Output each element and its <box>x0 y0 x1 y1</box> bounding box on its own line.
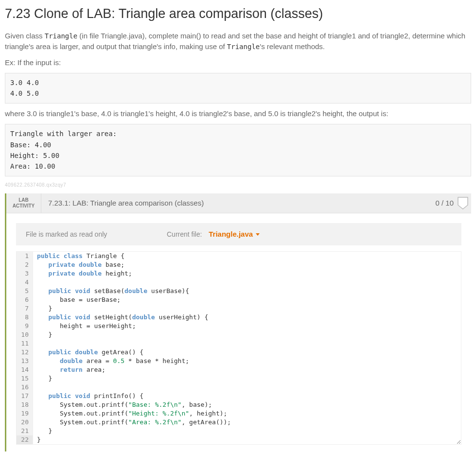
code-source: } <box>33 435 41 444</box>
example-explain: where 3.0 is triangle1's base, 4.0 is tr… <box>5 108 471 120</box>
code-source: } <box>33 374 52 383</box>
code-line: 13 double area = 0.5 * base * height; <box>17 357 461 365</box>
code-line: 9 height = userHeight; <box>17 322 461 330</box>
code-line: 4 <box>17 278 461 287</box>
current-file-label: Current file: <box>167 230 202 238</box>
code-line: 3 private double height; <box>17 269 461 278</box>
code-source: return area; <box>33 365 106 374</box>
activity-badge <box>458 193 471 213</box>
code-line: 7 } <box>17 304 461 313</box>
gutter-number: 3 <box>17 269 33 278</box>
code-line: 8 public void setHeight(double userHeigh… <box>17 313 461 322</box>
gutter-number: 22 <box>17 435 33 444</box>
activity-tag-line2: ACTIVITY <box>13 203 35 209</box>
intro-paragraph: Given class Triangle (in file Triangle.j… <box>5 31 471 52</box>
code-source <box>33 339 37 348</box>
activity-panel: LAB ACTIVITY 7.23.1: LAB: Triangle area … <box>5 193 471 452</box>
gutter-number: 9 <box>17 322 33 330</box>
current-file-name: Triangle.java <box>209 229 253 240</box>
code-source: public void printInfo() { <box>33 392 143 400</box>
code-editor[interactable]: 1public class Triangle {2 private double… <box>16 251 461 445</box>
code-line: 21 } <box>17 427 461 435</box>
shield-icon <box>458 197 468 209</box>
gutter-number: 10 <box>17 330 33 339</box>
example-output-block: Triangle with larger area: Base: 4.00 He… <box>5 124 471 176</box>
code-source: System.out.printf("Height: %.2f\n", heig… <box>33 409 227 418</box>
gutter-number: 8 <box>17 313 33 322</box>
code-line: 11 <box>17 339 461 348</box>
gutter-number: 13 <box>17 357 33 365</box>
content-id: 409622.2637408.qx3zqy7 <box>5 181 471 189</box>
code-source: public class Triangle { <box>33 252 124 260</box>
example-input-block: 3.0 4.0 4.0 5.0 <box>5 73 471 104</box>
gutter-number: 21 <box>17 427 33 435</box>
code-source: } <box>33 427 52 435</box>
activity-score: 0 / 10 <box>428 193 458 213</box>
code-source: public double getArea() { <box>33 348 143 357</box>
code-source: System.out.printf("Base: %.2f\n", base); <box>33 400 212 409</box>
example-label: Ex: If the input is: <box>5 57 471 69</box>
code-line: 17 public void printInfo() { <box>17 392 461 400</box>
code-line: 6 base = userBase; <box>17 295 461 304</box>
intro-text-a: Given class <box>5 32 45 40</box>
code-line: 12 public double getArea() { <box>17 348 461 357</box>
current-file-dropdown[interactable]: Triangle.java <box>209 229 260 240</box>
activity-title: 7.23.1: LAB: Triangle area comparison (c… <box>41 193 428 213</box>
gutter-number: 18 <box>17 400 33 409</box>
code-source: System.out.printf("Area: %.2f\n", getAre… <box>33 418 231 427</box>
file-bar: File is marked as read only Current file… <box>16 223 461 246</box>
code-source <box>33 383 37 392</box>
classname-2: Triangle <box>227 43 260 51</box>
code-line: 14 return area; <box>17 365 461 374</box>
code-line: 5 public void setBase(double userBase){ <box>17 287 461 295</box>
code-line: 16 <box>17 383 461 392</box>
gutter-number: 7 <box>17 304 33 313</box>
gutter-number: 6 <box>17 295 33 304</box>
code-source: } <box>33 304 52 313</box>
code-line: 1public class Triangle { <box>17 252 461 260</box>
code-line: 19 System.out.printf("Height: %.2f\n", h… <box>17 409 461 418</box>
caret-down-icon <box>256 233 260 236</box>
gutter-number: 2 <box>17 260 33 269</box>
code-source: base = userBase; <box>33 295 121 304</box>
code-line: 2 private double base; <box>17 260 461 269</box>
gutter-number: 16 <box>17 383 33 392</box>
code-source: height = userHeight; <box>33 322 136 330</box>
activity-tag-line1: LAB <box>18 197 29 203</box>
code-line: 18 System.out.printf("Base: %.2f\n", bas… <box>17 400 461 409</box>
code-source: private double base; <box>33 260 124 269</box>
gutter-number: 5 <box>17 287 33 295</box>
activity-header: LAB ACTIVITY 7.23.1: LAB: Triangle area … <box>6 193 471 213</box>
gutter-number: 17 <box>17 392 33 400</box>
gutter-number: 20 <box>17 418 33 427</box>
code-source <box>33 278 37 287</box>
code-line: 15 } <box>17 374 461 383</box>
intro-text-c: 's relevant methods. <box>260 42 325 51</box>
classname-1: Triangle <box>45 32 77 40</box>
activity-tag: LAB ACTIVITY <box>6 193 41 213</box>
gutter-number: 14 <box>17 365 33 374</box>
gutter-number: 12 <box>17 348 33 357</box>
code-source: } <box>33 330 52 339</box>
gutter-number: 19 <box>17 409 33 418</box>
code-line: 10 } <box>17 330 461 339</box>
code-source: public void setBase(double userBase){ <box>33 287 189 295</box>
code-line: 20 System.out.printf("Area: %.2f\n", get… <box>17 418 461 427</box>
code-source: double area = 0.5 * base * height; <box>33 357 189 365</box>
page-title: 7.23 Clone of LAB: Triangle area compari… <box>5 4 471 24</box>
code-source: public void setHeight(double userHeight)… <box>33 313 208 322</box>
code-source: private double height; <box>33 269 132 278</box>
gutter-number: 1 <box>17 252 33 260</box>
gutter-number: 15 <box>17 374 33 383</box>
readonly-notice: File is marked as read only <box>26 229 167 240</box>
gutter-number: 4 <box>17 278 33 287</box>
gutter-number: 11 <box>17 339 33 348</box>
code-line: 22} <box>17 435 461 444</box>
